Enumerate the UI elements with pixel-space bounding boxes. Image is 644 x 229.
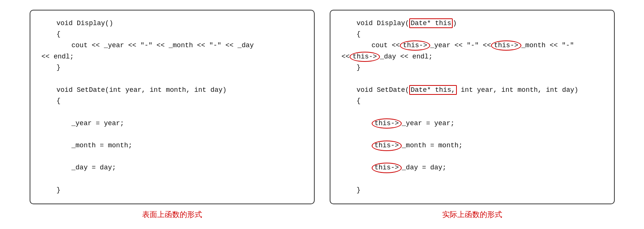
right-line-15	[342, 174, 603, 185]
highlight-date-this-display: Date* this	[409, 18, 453, 28]
line-7: void SetDate(int year, int month, int da…	[57, 85, 303, 96]
right-code-box: void Display(Date* this) { cout <<this->…	[330, 10, 615, 204]
right-line-3: cout <<this->_year << "-" <<this->_month…	[372, 40, 603, 51]
right-caption: 实际上函数的形式	[442, 210, 502, 220]
line-10: _year = year;	[72, 118, 303, 129]
line-11	[42, 129, 303, 140]
right-line-14: this->_day = day;	[372, 162, 603, 174]
line-15	[42, 174, 303, 185]
line-16: }	[57, 185, 303, 196]
right-line-2: {	[357, 29, 603, 40]
line-3: cout << _year << "-" << _month << "-" <<…	[72, 40, 303, 51]
line-4: << endl;	[42, 51, 303, 63]
highlight-date-this-setdate: Date* this,	[409, 85, 457, 95]
right-line-1: void Display(Date* this)	[357, 18, 603, 29]
right-line-8: {	[357, 96, 603, 107]
circle-this-year: this->	[400, 40, 430, 51]
line-1: void Display()	[57, 18, 303, 29]
right-line-16: }	[357, 185, 603, 196]
line-12: _month = month;	[72, 140, 303, 151]
right-line-6	[342, 73, 603, 85]
right-line-10: this->_year = year;	[372, 118, 603, 129]
line-2: {	[57, 29, 303, 40]
right-line-5: }	[357, 62, 603, 73]
circle-this-day-assign: this->	[372, 163, 402, 173]
right-line-9	[342, 107, 603, 118]
left-code-box: void Display() { cout << _year << "-" <<…	[30, 10, 315, 204]
right-line-11	[342, 129, 603, 140]
line-13	[42, 151, 303, 163]
circle-this-year-assign: this->	[372, 118, 402, 129]
circle-this-month-assign: this->	[372, 141, 402, 151]
right-line-12: this->_month = month;	[372, 140, 603, 151]
line-14: _day = day;	[72, 162, 303, 174]
right-line-13	[342, 151, 603, 163]
left-panel: void Display() { cout << _year << "-" <<…	[30, 10, 315, 220]
right-panel: void Display(Date* this) { cout <<this->…	[330, 10, 615, 220]
circle-this-day-inline: this->	[350, 52, 380, 62]
line-5: }	[57, 62, 303, 73]
line-6	[42, 73, 303, 85]
right-line-4: <<this->_day << endl;	[342, 51, 603, 63]
right-line-7: void SetDate(Date* this, int year, int m…	[357, 85, 603, 96]
line-9	[42, 107, 303, 118]
line-8: {	[57, 96, 303, 107]
left-caption: 表面上函数的形式	[142, 210, 202, 220]
circle-this-month-inline: this->	[491, 40, 521, 51]
